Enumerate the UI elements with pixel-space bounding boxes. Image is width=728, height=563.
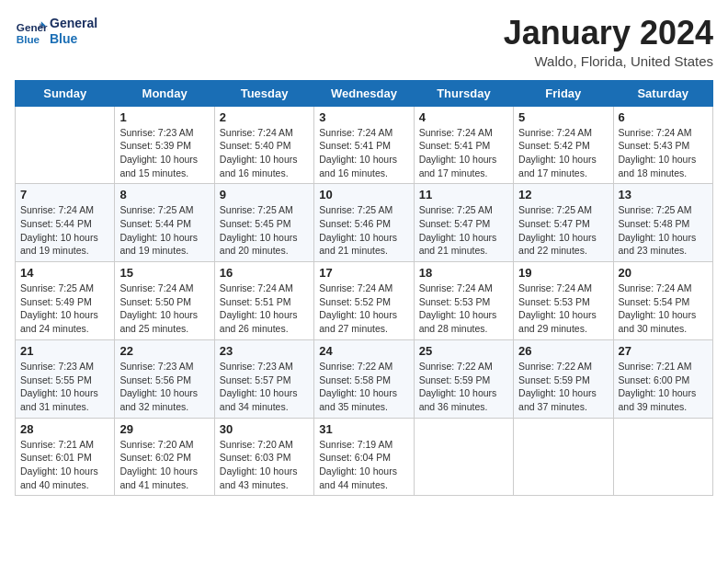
day-info: Sunrise: 7:23 AMSunset: 5:57 PMDaylight:…	[220, 360, 309, 414]
day-info: Sunrise: 7:21 AMSunset: 6:00 PMDaylight:…	[619, 360, 708, 414]
calendar-cell: 30Sunrise: 7:20 AMSunset: 6:03 PMDayligh…	[214, 418, 313, 496]
day-info: Sunrise: 7:22 AMSunset: 5:59 PMDaylight:…	[518, 360, 608, 414]
day-number: 28	[20, 422, 109, 436]
day-info: Sunrise: 7:24 AMSunset: 5:41 PMDaylight:…	[319, 126, 408, 180]
calendar-cell: 11Sunrise: 7:25 AMSunset: 5:47 PMDayligh…	[414, 184, 513, 262]
calendar-cell	[514, 418, 613, 496]
calendar-header-sunday: Sunday	[16, 80, 115, 106]
week-row-5: 28Sunrise: 7:21 AMSunset: 6:01 PMDayligh…	[16, 418, 713, 496]
day-number: 11	[419, 188, 508, 201]
day-info: Sunrise: 7:24 AMSunset: 5:42 PMDaylight:…	[518, 126, 608, 180]
calendar-cell: 28Sunrise: 7:21 AMSunset: 6:01 PMDayligh…	[16, 418, 115, 496]
day-number: 26	[518, 344, 608, 358]
calendar-cell: 22Sunrise: 7:23 AMSunset: 5:56 PMDayligh…	[115, 339, 214, 418]
calendar-cell: 20Sunrise: 7:24 AMSunset: 5:54 PMDayligh…	[613, 262, 712, 340]
day-info: Sunrise: 7:24 AMSunset: 5:50 PMDaylight:…	[119, 282, 209, 336]
day-number: 27	[619, 344, 708, 358]
title-block: January 2024 Waldo, Florida, United Stat…	[504, 15, 713, 69]
day-number: 5	[518, 110, 608, 124]
day-info: Sunrise: 7:20 AMSunset: 6:03 PMDaylight:…	[220, 438, 309, 492]
calendar-cell: 25Sunrise: 7:22 AMSunset: 5:59 PMDayligh…	[414, 339, 513, 418]
logo: General Blue General Blue	[15, 15, 97, 48]
day-number: 20	[619, 266, 708, 280]
day-number: 15	[119, 266, 209, 280]
calendar-cell: 8Sunrise: 7:25 AMSunset: 5:44 PMDaylight…	[115, 184, 214, 262]
calendar-cell: 1Sunrise: 7:23 AMSunset: 5:39 PMDaylight…	[115, 106, 214, 184]
calendar-cell: 3Sunrise: 7:24 AMSunset: 5:41 PMDaylight…	[314, 106, 414, 184]
location: Waldo, Florida, United States	[504, 53, 713, 69]
calendar-header-thursday: Thursday	[414, 80, 513, 106]
day-info: Sunrise: 7:24 AMSunset: 5:43 PMDaylight:…	[619, 126, 708, 180]
calendar-cell: 23Sunrise: 7:23 AMSunset: 5:57 PMDayligh…	[214, 339, 313, 418]
day-info: Sunrise: 7:25 AMSunset: 5:44 PMDaylight:…	[119, 203, 209, 258]
day-number: 3	[319, 110, 408, 124]
day-number: 18	[419, 266, 508, 280]
day-number: 21	[20, 344, 109, 358]
day-info: Sunrise: 7:23 AMSunset: 5:56 PMDaylight:…	[119, 360, 209, 414]
day-number: 12	[518, 188, 608, 201]
calendar-header-friday: Friday	[514, 80, 613, 106]
calendar-cell: 13Sunrise: 7:25 AMSunset: 5:48 PMDayligh…	[613, 184, 712, 262]
calendar-cell: 4Sunrise: 7:24 AMSunset: 5:41 PMDaylight…	[414, 106, 513, 184]
calendar-cell: 24Sunrise: 7:22 AMSunset: 5:58 PMDayligh…	[314, 339, 414, 418]
week-row-2: 7Sunrise: 7:24 AMSunset: 5:44 PMDaylight…	[16, 184, 713, 262]
day-info: Sunrise: 7:24 AMSunset: 5:53 PMDaylight:…	[518, 282, 608, 336]
day-number: 6	[619, 110, 708, 124]
calendar-cell: 16Sunrise: 7:24 AMSunset: 5:51 PMDayligh…	[214, 262, 313, 340]
calendar-header-tuesday: Tuesday	[214, 80, 313, 106]
day-number: 10	[319, 188, 408, 201]
calendar-cell: 2Sunrise: 7:24 AMSunset: 5:40 PMDaylight…	[214, 106, 313, 184]
day-number: 29	[119, 422, 209, 436]
day-info: Sunrise: 7:24 AMSunset: 5:44 PMDaylight:…	[20, 203, 109, 258]
calendar-cell: 27Sunrise: 7:21 AMSunset: 6:00 PMDayligh…	[613, 339, 712, 418]
day-number: 2	[220, 110, 309, 124]
calendar-cell: 19Sunrise: 7:24 AMSunset: 5:53 PMDayligh…	[514, 262, 613, 340]
day-info: Sunrise: 7:24 AMSunset: 5:52 PMDaylight:…	[319, 282, 408, 336]
calendar-cell: 29Sunrise: 7:20 AMSunset: 6:02 PMDayligh…	[115, 418, 214, 496]
day-info: Sunrise: 7:19 AMSunset: 6:04 PMDaylight:…	[319, 438, 408, 492]
calendar-cell: 15Sunrise: 7:24 AMSunset: 5:50 PMDayligh…	[115, 262, 214, 340]
calendar-header-row: SundayMondayTuesdayWednesdayThursdayFrid…	[16, 80, 713, 106]
day-number: 1	[119, 110, 209, 124]
calendar-cell: 12Sunrise: 7:25 AMSunset: 5:47 PMDayligh…	[514, 184, 613, 262]
calendar-cell: 6Sunrise: 7:24 AMSunset: 5:43 PMDaylight…	[613, 106, 712, 184]
day-info: Sunrise: 7:25 AMSunset: 5:45 PMDaylight:…	[220, 203, 309, 258]
day-info: Sunrise: 7:23 AMSunset: 5:55 PMDaylight:…	[20, 360, 109, 414]
week-row-4: 21Sunrise: 7:23 AMSunset: 5:55 PMDayligh…	[16, 339, 713, 418]
calendar-header-saturday: Saturday	[613, 80, 712, 106]
day-number: 17	[319, 266, 408, 280]
day-info: Sunrise: 7:24 AMSunset: 5:54 PMDaylight:…	[619, 282, 708, 336]
calendar-cell: 21Sunrise: 7:23 AMSunset: 5:55 PMDayligh…	[16, 339, 115, 418]
calendar-cell: 31Sunrise: 7:19 AMSunset: 6:04 PMDayligh…	[314, 418, 414, 496]
day-number: 30	[220, 422, 309, 436]
day-info: Sunrise: 7:25 AMSunset: 5:47 PMDaylight:…	[419, 203, 508, 258]
logo-line2: Blue	[50, 31, 97, 47]
day-number: 31	[319, 422, 408, 436]
calendar-cell: 10Sunrise: 7:25 AMSunset: 5:46 PMDayligh…	[314, 184, 414, 262]
page-header: General Blue General Blue January 2024 W…	[15, 15, 713, 69]
day-info: Sunrise: 7:25 AMSunset: 5:49 PMDaylight:…	[20, 282, 109, 336]
day-number: 25	[419, 344, 508, 358]
calendar-cell: 18Sunrise: 7:24 AMSunset: 5:53 PMDayligh…	[414, 262, 513, 340]
calendar-cell	[414, 418, 513, 496]
day-number: 8	[119, 188, 209, 201]
day-info: Sunrise: 7:23 AMSunset: 5:39 PMDaylight:…	[119, 126, 209, 180]
day-number: 23	[220, 344, 309, 358]
calendar-cell: 14Sunrise: 7:25 AMSunset: 5:49 PMDayligh…	[16, 262, 115, 340]
logo-icon: General Blue	[15, 15, 48, 48]
day-info: Sunrise: 7:24 AMSunset: 5:40 PMDaylight:…	[220, 126, 309, 180]
week-row-3: 14Sunrise: 7:25 AMSunset: 5:49 PMDayligh…	[16, 262, 713, 340]
day-number: 24	[319, 344, 408, 358]
day-number: 19	[518, 266, 608, 280]
month-title: January 2024	[504, 15, 713, 52]
day-info: Sunrise: 7:25 AMSunset: 5:46 PMDaylight:…	[319, 203, 408, 258]
calendar-cell	[16, 106, 115, 184]
day-info: Sunrise: 7:22 AMSunset: 5:58 PMDaylight:…	[319, 360, 408, 414]
calendar-cell: 26Sunrise: 7:22 AMSunset: 5:59 PMDayligh…	[514, 339, 613, 418]
day-info: Sunrise: 7:24 AMSunset: 5:51 PMDaylight:…	[220, 282, 309, 336]
calendar-cell: 9Sunrise: 7:25 AMSunset: 5:45 PMDaylight…	[214, 184, 313, 262]
calendar-body: 1Sunrise: 7:23 AMSunset: 5:39 PMDaylight…	[16, 106, 713, 496]
week-row-1: 1Sunrise: 7:23 AMSunset: 5:39 PMDaylight…	[16, 106, 713, 184]
calendar-cell	[613, 418, 712, 496]
calendar-cell: 5Sunrise: 7:24 AMSunset: 5:42 PMDaylight…	[514, 106, 613, 184]
